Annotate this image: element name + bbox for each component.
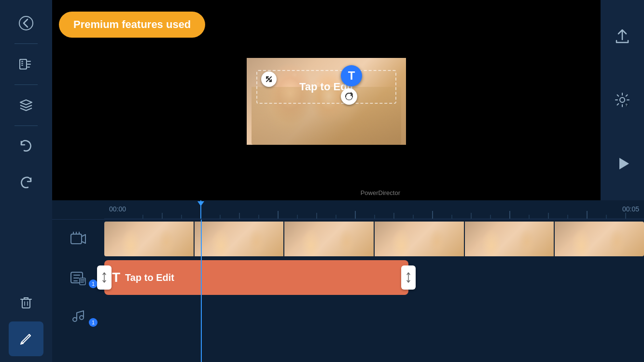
svg-point-4	[22, 342, 24, 344]
watermark: PowerDirector	[361, 189, 400, 196]
svg-rect-42	[80, 278, 85, 285]
rotate-handle[interactable]	[341, 88, 357, 105]
text-track-label: T Tap to Edit	[112, 270, 174, 285]
svg-rect-2	[20, 59, 27, 69]
back-button[interactable]	[9, 6, 43, 41]
preview-video: Tap to Edit T PowerDirector	[247, 0, 406, 200]
divider-1	[14, 43, 38, 44]
layers-button[interactable]	[9, 88, 43, 123]
redo-button[interactable]	[9, 166, 43, 200]
music-track-row: 1	[52, 297, 644, 335]
video-clip-6	[555, 222, 644, 256]
timeline-ruler: 00:00 00:05	[52, 200, 644, 220]
video-clip-2	[195, 222, 285, 256]
svg-rect-1	[20, 59, 27, 69]
divider-3	[14, 125, 38, 126]
svg-marker-39	[197, 201, 204, 206]
music-track-icon: 1	[52, 297, 104, 335]
delete-button[interactable]	[9, 285, 43, 320]
resize-handle[interactable]	[261, 71, 277, 87]
text-track-t-icon: T	[112, 270, 120, 285]
music-track-content	[104, 299, 644, 334]
premium-badge[interactable]: Premium features used	[59, 12, 205, 38]
media-button[interactable]	[9, 47, 43, 82]
text-track-left-handle[interactable]	[97, 265, 112, 290]
timeline-tracks: 1 T Tap to Edit	[52, 220, 644, 362]
text-edit-icon[interactable]: T	[341, 65, 362, 86]
play-button[interactable]	[605, 146, 640, 181]
text-track-right-handle[interactable]	[401, 265, 416, 290]
svg-point-5	[620, 97, 625, 102]
divider-2	[14, 84, 38, 85]
svg-point-43	[73, 318, 77, 321]
svg-point-44	[80, 316, 84, 320]
timeline-area: 00:00 00:05	[52, 200, 644, 362]
svg-marker-8	[619, 158, 629, 169]
export-button[interactable]	[605, 19, 640, 54]
text-track-icon: 1	[52, 258, 104, 297]
undo-button[interactable]	[9, 129, 43, 164]
text-track-badge: 1	[89, 279, 98, 288]
letterbox-top	[247, 0, 406, 58]
video-track-content	[104, 222, 644, 256]
edit-button[interactable]	[9, 321, 43, 356]
tick-marks	[104, 200, 644, 220]
video-strip	[104, 222, 644, 256]
svg-rect-3	[22, 299, 30, 308]
text-track-bar[interactable]: T Tap to Edit	[104, 260, 408, 295]
svg-text:?: ?	[625, 103, 628, 107]
text-track-row: 1 T Tap to Edit	[52, 258, 644, 297]
settings-button[interactable]: ?	[605, 83, 640, 117]
text-track-text: Tap to Edit	[125, 272, 174, 283]
text-t-label: T	[348, 69, 355, 83]
video-clip-4	[375, 222, 465, 256]
text-track-content: T Tap to Edit	[104, 260, 644, 295]
right-sidebar: ?	[601, 0, 644, 200]
text-overlay-border: Tap to Edit	[256, 70, 396, 104]
video-clip-1	[104, 222, 195, 256]
video-clip-5	[465, 222, 555, 256]
left-sidebar	[0, 0, 52, 362]
video-track-row	[52, 220, 644, 258]
svg-point-0	[19, 16, 33, 30]
svg-rect-40	[71, 234, 82, 244]
music-track-badge: 1	[89, 318, 98, 327]
video-track-icon	[52, 220, 104, 258]
video-clip-3	[284, 222, 375, 256]
